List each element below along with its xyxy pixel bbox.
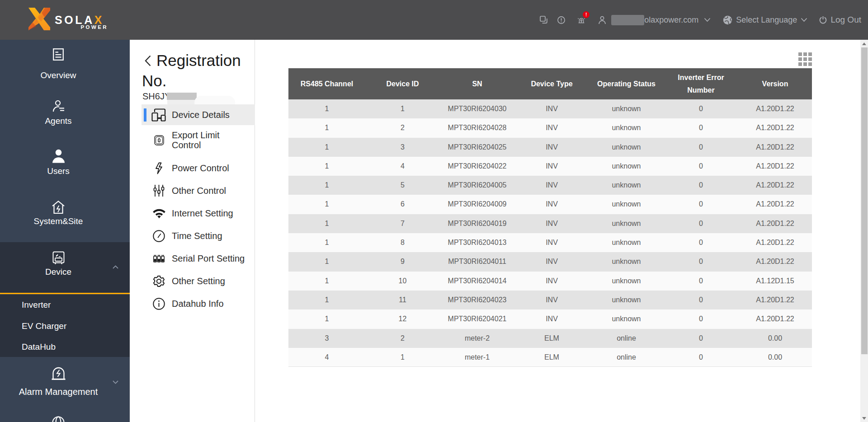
svg-text:POWER: POWER: [81, 24, 108, 30]
